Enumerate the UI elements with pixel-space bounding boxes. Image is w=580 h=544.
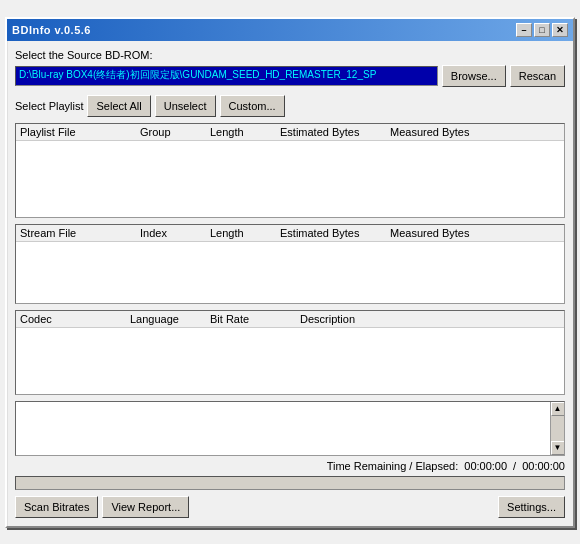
scroll-up-button[interactable]: ▲ bbox=[551, 402, 565, 416]
minimize-button[interactable]: – bbox=[516, 23, 532, 37]
unselect-button[interactable]: Unselect bbox=[155, 95, 216, 117]
playlist-table-header: Playlist File Group Length Estimated Byt… bbox=[16, 124, 564, 141]
browse-button[interactable]: Browse... bbox=[442, 65, 506, 87]
playlist-label: Select Playlist bbox=[15, 100, 83, 112]
maximize-button[interactable]: □ bbox=[534, 23, 550, 37]
select-all-button[interactable]: Select All bbox=[87, 95, 150, 117]
codec-table-header: Codec Language Bit Rate Description bbox=[16, 311, 564, 328]
rescan-button[interactable]: Rescan bbox=[510, 65, 565, 87]
col-meas-bytes: Measured Bytes bbox=[390, 126, 490, 138]
scroll-track bbox=[551, 416, 564, 441]
bottom-btn-group-right: Settings... bbox=[498, 496, 565, 518]
title-bar: BDInfo v.0.5.6 – □ ✕ bbox=[7, 19, 573, 41]
col-codec: Codec bbox=[20, 313, 130, 325]
close-button[interactable]: ✕ bbox=[552, 23, 568, 37]
col-bitrate: Bit Rate bbox=[210, 313, 300, 325]
col-stream-file: Stream File bbox=[20, 227, 140, 239]
time-label: Time Remaining / Elapsed: bbox=[327, 460, 459, 472]
settings-button[interactable]: Settings... bbox=[498, 496, 565, 518]
time-separator: / bbox=[513, 460, 516, 472]
bottom-btn-group-left: Scan Bitrates View Report... bbox=[15, 496, 189, 518]
scroll-down-button[interactable]: ▼ bbox=[551, 441, 565, 455]
source-row: D:\Blu-ray BOX4(终结者)初回限定版\GUNDAM_SEED_HD… bbox=[15, 65, 565, 87]
col-stream-meas-bytes: Measured Bytes bbox=[390, 227, 490, 239]
status-row: Time Remaining / Elapsed: 00:00:00 / 00:… bbox=[15, 460, 565, 472]
col-length: Length bbox=[210, 126, 280, 138]
text-area-panel: ▲ ▼ bbox=[15, 401, 565, 456]
col-stream-est-bytes: Estimated Bytes bbox=[280, 227, 390, 239]
col-index: Index bbox=[140, 227, 210, 239]
col-playlist-file: Playlist File bbox=[20, 126, 140, 138]
stream-table: Stream File Index Length Estimated Bytes… bbox=[15, 224, 565, 304]
stream-table-header: Stream File Index Length Estimated Bytes… bbox=[16, 225, 564, 242]
scrollbar-vertical: ▲ ▼ bbox=[550, 402, 564, 455]
scan-bitrates-button[interactable]: Scan Bitrates bbox=[15, 496, 98, 518]
playlist-table: Playlist File Group Length Estimated Byt… bbox=[15, 123, 565, 218]
progress-bar-container bbox=[15, 476, 565, 490]
title-bar-controls: – □ ✕ bbox=[516, 23, 568, 37]
path-display[interactable]: D:\Blu-ray BOX4(终结者)初回限定版\GUNDAM_SEED_HD… bbox=[15, 66, 438, 86]
codec-table: Codec Language Bit Rate Description bbox=[15, 310, 565, 395]
time-elapsed: 00:00:00 bbox=[522, 460, 565, 472]
playlist-row: Select Playlist Select All Unselect Cust… bbox=[15, 95, 565, 117]
view-report-button[interactable]: View Report... bbox=[102, 496, 189, 518]
bottom-buttons: Scan Bitrates View Report... Settings... bbox=[15, 496, 565, 518]
col-language: Language bbox=[130, 313, 210, 325]
source-label: Select the Source BD-ROM: bbox=[15, 49, 565, 61]
window-title: BDInfo v.0.5.6 bbox=[12, 24, 91, 36]
custom-button[interactable]: Custom... bbox=[220, 95, 285, 117]
col-est-bytes: Estimated Bytes bbox=[280, 126, 390, 138]
main-window: BDInfo v.0.5.6 – □ ✕ Select the Source B… bbox=[5, 17, 575, 528]
col-group: Group bbox=[140, 126, 210, 138]
col-description: Description bbox=[300, 313, 420, 325]
text-area-content[interactable] bbox=[16, 402, 550, 455]
window-content: Select the Source BD-ROM: D:\Blu-ray BOX… bbox=[7, 41, 573, 526]
time-remaining: 00:00:00 bbox=[464, 460, 507, 472]
col-stream-length: Length bbox=[210, 227, 280, 239]
